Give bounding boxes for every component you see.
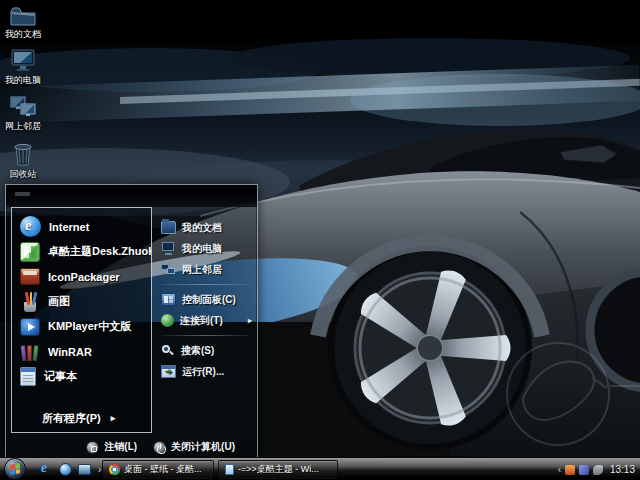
menu-item-my-documents[interactable]: 我的文档 <box>156 217 255 238</box>
taskbar-task-theme-window[interactable]: -=>>桌酷主题 - Wi... <box>218 460 338 479</box>
menu-item-label: Internet <box>49 221 89 233</box>
quick-launch-internet-explorer-icon[interactable] <box>40 463 53 476</box>
menu-item-run[interactable]: 运行(R)... <box>156 361 255 382</box>
zhuoku-theme-icon <box>20 242 40 262</box>
paint-icon <box>20 292 40 312</box>
network-places-icon <box>8 94 38 120</box>
desktop-icon-label: 我的文档 <box>0 29 46 39</box>
menu-item-label: 记事本 <box>44 369 77 384</box>
menu-separator <box>161 284 250 285</box>
start-menu: Internet 卓酷主题Desk.ZhuoKu.Com IconPackage… <box>5 184 258 460</box>
my-documents-icon <box>8 2 38 28</box>
menu-item-search[interactable]: 搜索(S) <box>156 340 255 361</box>
log-off-button[interactable]: 注销(L) <box>86 440 137 454</box>
menu-item-label: 运行(R)... <box>182 365 224 379</box>
desktop-icon-label: 回收站 <box>0 169 46 179</box>
menu-item-zhuoku-theme[interactable]: 卓酷主题Desk.ZhuoKu.Com <box>12 239 151 264</box>
menu-item-label: 连接到(T) <box>180 314 223 328</box>
shut-down-label: 关闭计算机(U) <box>171 440 235 454</box>
menu-item-notepad[interactable]: 记事本 <box>12 364 151 389</box>
control-panel-icon <box>161 293 176 306</box>
tray-icon-2[interactable] <box>579 465 589 475</box>
start-menu-pinned-panel: Internet 卓酷主题Desk.ZhuoKu.Com IconPackage… <box>11 207 152 433</box>
menu-item-control-panel[interactable]: 控制面板(C) <box>156 289 255 310</box>
chrome-icon <box>109 464 120 475</box>
menu-item-label: 搜索(S) <box>181 344 214 358</box>
internet-explorer-icon <box>20 216 41 237</box>
iconpackager-icon <box>20 268 40 285</box>
menu-item-label: 控制面板(C) <box>182 293 236 307</box>
menu-item-label: 卓酷主题Desk.ZhuoKu.Com <box>48 244 151 259</box>
submenu-arrow-icon: ▸ <box>111 413 116 423</box>
start-menu-places-panel: 我的文档 我的电脑 网上邻居 控制面板(C) 连接到(T) ▸ 搜索(S) 运行… <box>156 207 255 433</box>
winrar-icon <box>20 343 40 361</box>
my-documents-icon <box>161 221 176 234</box>
menu-item-connect-to[interactable]: 连接到(T) ▸ <box>156 310 255 331</box>
menu-item-label: 我的电脑 <box>182 242 222 256</box>
menu-item-my-computer[interactable]: 我的电脑 <box>156 238 255 259</box>
menu-item-label: WinRAR <box>48 346 92 358</box>
start-button[interactable] <box>4 458 26 480</box>
menu-item-label: 我的文档 <box>182 221 222 235</box>
document-window-icon <box>225 464 234 475</box>
menu-item-internet[interactable]: Internet <box>12 214 151 239</box>
taskbar: › 桌面 - 壁纸 - 桌酷... -=>>桌酷主题 - Wi... ‹ 13:… <box>0 457 640 480</box>
my-computer-icon <box>8 48 38 74</box>
desktop-icon-label: 网上邻居 <box>0 121 46 131</box>
notepad-icon <box>20 367 36 386</box>
menu-item-kmplayer[interactable]: KMPlayer中文版 <box>12 314 151 339</box>
user-label <box>15 192 30 196</box>
menu-separator <box>161 335 250 336</box>
search-icon <box>161 344 175 358</box>
desktop-icon-label: 我的电脑 <box>0 75 46 85</box>
taskbar-task-browser-window[interactable]: 桌面 - 壁纸 - 桌酷... <box>102 460 214 479</box>
start-menu-footer: 注销(L) 关闭计算机(U) <box>6 435 257 459</box>
start-menu-user-banner <box>6 185 257 207</box>
quick-launch-expand-chevron-icon[interactable]: › <box>98 464 101 475</box>
all-programs-label: 所有程序(P) <box>42 411 101 426</box>
log-off-label: 注销(L) <box>104 440 137 454</box>
desktop-icon-my-documents[interactable]: 我的文档 <box>0 2 46 39</box>
menu-item-iconpackager[interactable]: IconPackager <box>12 264 151 289</box>
network-places-icon <box>161 263 176 276</box>
kmplayer-icon <box>20 318 40 336</box>
taskbar-clock[interactable]: 13:13 <box>610 464 635 475</box>
power-icon <box>153 441 166 454</box>
run-icon <box>161 365 176 378</box>
quick-launch-show-desktop-icon[interactable] <box>78 464 91 475</box>
all-programs-button[interactable]: 所有程序(P) ▸ <box>12 408 151 428</box>
shut-down-button[interactable]: 关闭计算机(U) <box>153 440 235 454</box>
my-computer-icon <box>161 242 176 255</box>
menu-item-label: IconPackager <box>48 271 120 283</box>
quick-launch-browser-icon[interactable] <box>59 463 72 476</box>
recycle-bin-icon <box>8 140 38 168</box>
menu-item-label: KMPlayer中文版 <box>48 319 131 334</box>
desktop-icon-my-computer[interactable]: 我的电脑 <box>0 48 46 85</box>
quick-launch-bar: › <box>40 458 101 480</box>
tray-collapse-chevron-icon[interactable]: ‹ <box>558 464 561 475</box>
tray-icon-3[interactable] <box>593 465 603 475</box>
menu-item-winrar[interactable]: WinRAR <box>12 339 151 364</box>
menu-item-label: 网上邻居 <box>182 263 222 277</box>
tray-icon-1[interactable] <box>565 465 575 475</box>
system-tray: ‹ 13:13 <box>555 458 638 480</box>
task-button-label: 桌面 - 壁纸 - 桌酷... <box>124 463 202 476</box>
desktop-icon-recycle-bin[interactable]: 回收站 <box>0 140 46 179</box>
connect-to-icon <box>161 314 174 327</box>
task-button-label: -=>>桌酷主题 - Wi... <box>238 463 319 476</box>
submenu-arrow-icon: ▸ <box>248 316 255 325</box>
menu-item-paint[interactable]: 画图 <box>12 289 151 314</box>
menu-item-label: 画图 <box>48 294 70 309</box>
menu-item-network-places[interactable]: 网上邻居 <box>156 259 255 280</box>
log-off-icon <box>86 441 99 454</box>
windows-logo-icon <box>10 463 20 474</box>
desktop-icon-network-places[interactable]: 网上邻居 <box>0 94 46 131</box>
